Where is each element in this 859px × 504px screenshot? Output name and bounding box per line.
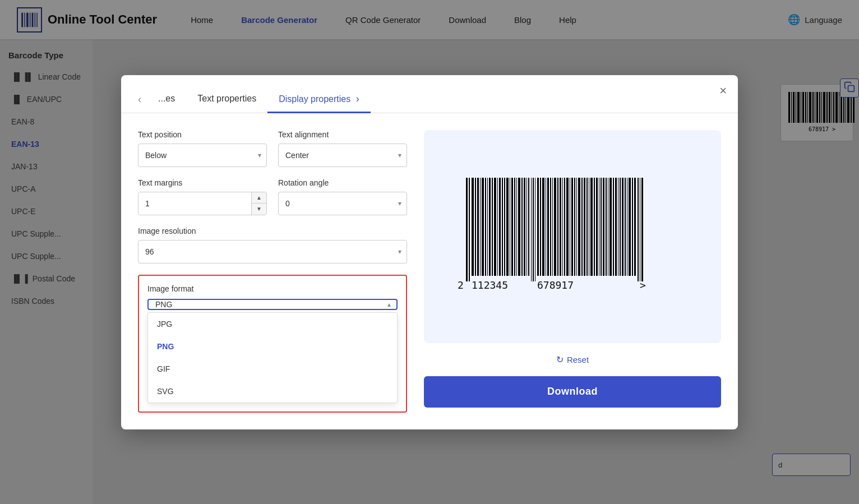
rotation-angle-select[interactable]: 0 90 180 270 [278,192,407,215]
text-margins-up[interactable]: ▲ [252,192,266,204]
svg-rect-47 [492,178,493,276]
format-option-gif[interactable]: GIF [148,358,397,380]
text-margins-input-wrapper: ▲ ▼ [138,192,267,215]
text-margins-down[interactable]: ▼ [252,204,266,215]
svg-text:2: 2 [458,279,464,291]
image-format-select[interactable]: PNG ▴ [147,299,398,310]
tab-display-properties[interactable]: Display properties › [267,86,371,113]
format-option-jpg[interactable]: JPG [148,313,397,335]
svg-rect-74 [557,178,558,276]
tab-text-properties[interactable]: Text properties [186,87,267,112]
image-resolution-label: Image resolution [138,226,407,235]
svg-rect-38 [469,178,470,281]
tab-barcode-properties[interactable]: ...es [147,87,186,112]
tab-bp-label: ...es [158,94,175,103]
svg-rect-77 [564,178,565,276]
modal: ‹ ...es Text properties Display properti… [121,75,738,429]
format-png-label: PNG [157,342,174,351]
format-option-png[interactable]: PNG [148,335,397,358]
tab-arrow-left[interactable]: ‹ [138,94,141,105]
svg-rect-58 [518,178,520,276]
svg-text:>: > [640,279,646,291]
svg-rect-67 [540,178,541,276]
svg-rect-40 [475,178,476,276]
text-position-group: Text position Above Below None ▾ [138,130,267,167]
modal-body: Text position Above Below None ▾ Text al… [121,113,738,429]
text-margins-label: Text margins [138,178,267,187]
svg-rect-95 [608,178,608,276]
rotation-angle-group: Rotation angle 0 90 180 270 ▾ [278,178,407,215]
svg-rect-76 [562,178,563,276]
modal-left-panel: Text position Above Below None ▾ Text al… [138,130,407,413]
barcode-svg: 2 112345 678917 > [455,172,690,301]
svg-rect-62 [528,178,529,276]
svg-rect-104 [629,178,631,276]
format-option-svg[interactable]: SVG [148,380,397,403]
svg-rect-56 [514,178,515,276]
reset-label: Reset [567,355,589,364]
rotation-angle-label: Rotation angle [278,178,407,187]
format-select-arrow: ▴ [387,300,391,308]
svg-rect-87 [589,178,589,276]
svg-rect-90 [596,178,598,276]
barcode-preview-area: 2 112345 678917 > [424,130,721,343]
svg-rect-37 [466,178,468,281]
modal-tabs: ‹ ...es Text properties Display properti… [121,75,738,113]
close-button[interactable]: × [719,84,727,98]
format-svg-label: SVG [157,387,174,396]
text-margins-stepper: ▲ ▼ [251,192,266,215]
svg-rect-39 [472,178,474,276]
svg-rect-78 [566,178,569,276]
svg-rect-57 [516,178,517,276]
svg-rect-52 [504,178,505,276]
svg-rect-42 [480,178,481,276]
svg-rect-84 [581,178,583,276]
svg-rect-55 [511,178,513,276]
text-alignment-group: Text alignment Left Center Right ▾ [278,130,407,167]
image-format-value: PNG [155,300,172,309]
svg-rect-108 [640,178,640,281]
image-format-dropdown: JPG PNG GIF SVG [147,312,398,403]
download-button[interactable]: Download [424,376,721,408]
image-resolution-select[interactable]: 72 96 150 300 [138,240,407,263]
svg-rect-91 [599,178,599,276]
svg-rect-64 [533,178,534,281]
text-position-select[interactable]: Above Below None [138,144,267,167]
tab-dp-label: Display properties [279,94,350,104]
reset-button[interactable]: ↻ Reset [556,354,589,365]
svg-rect-72 [552,178,553,276]
tab-right-arrow: › [356,93,359,104]
text-margins-input[interactable] [138,192,251,215]
tab-tp-label: Text properties [197,94,256,103]
svg-rect-86 [586,178,588,276]
image-format-section: Image format PNG ▴ JPG PNG [138,275,407,413]
svg-rect-66 [537,178,539,276]
svg-rect-44 [485,178,486,276]
svg-rect-46 [489,178,491,276]
svg-rect-98 [615,178,617,276]
svg-rect-106 [634,178,636,276]
svg-rect-69 [546,178,546,276]
svg-rect-102 [625,178,626,276]
svg-rect-96 [609,178,612,276]
modal-right-panel: 2 112345 678917 > ↻ Reset Download [424,130,721,413]
text-alignment-select-wrapper: Left Center Right ▾ [278,144,407,167]
text-alignment-select[interactable]: Left Center Right [278,144,407,167]
svg-rect-48 [494,178,496,276]
svg-rect-99 [618,178,618,276]
svg-rect-50 [499,178,501,276]
svg-rect-59 [521,178,523,276]
svg-rect-54 [510,178,510,276]
format-gif-label: GIF [157,364,170,373]
image-format-select-wrapper: PNG ▴ [147,299,398,310]
barcode-svg-container: 2 112345 678917 > [455,172,690,301]
text-margins-group: Text margins ▲ ▼ [138,178,267,215]
svg-rect-105 [632,178,633,276]
svg-rect-51 [502,178,503,276]
text-position-select-wrapper: Above Below None ▾ [138,144,267,167]
svg-rect-43 [482,178,484,276]
svg-rect-45 [487,178,488,276]
image-resolution-select-wrapper: 72 96 150 300 ▾ [138,240,407,263]
rotation-angle-select-wrapper: 0 90 180 270 ▾ [278,192,407,215]
svg-rect-71 [550,178,551,276]
